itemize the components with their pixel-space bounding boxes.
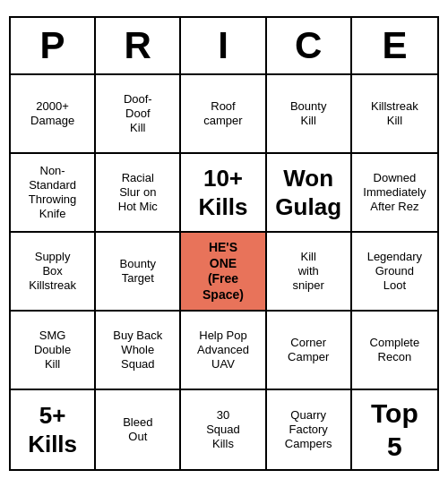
- header-letter-e: E: [352, 18, 437, 73]
- bingo-cell-r1c1: 2000+Damage: [11, 75, 96, 154]
- bingo-cell-r4c2: Buy BackWholeSquad: [96, 312, 181, 390]
- bingo-cell-r5c4: QuarryFactoryCampers: [267, 390, 352, 469]
- bingo-cell-r3c4: Killwithsniper: [267, 233, 352, 312]
- bingo-cell-r2c1: Non-StandardThrowingKnife: [11, 154, 96, 233]
- bingo-cell-r3c2: BountyTarget: [96, 233, 181, 312]
- bingo-cell-r5c1: 5+Kills: [11, 390, 96, 469]
- bingo-cell-r2c5: DownedImmediatelyAfter Rez: [352, 154, 437, 233]
- bingo-cell-r1c2: Doof-DoofKill: [96, 75, 181, 154]
- bingo-cell-r3c3: HE'SONE(FreeSpace): [181, 233, 266, 312]
- bingo-cell-r1c3: Roofcamper: [181, 75, 266, 154]
- bingo-cell-r2c4: WonGulag: [267, 154, 352, 233]
- bingo-cell-r4c1: SMGDoubleKill: [11, 312, 96, 390]
- bingo-card: PRICE 2000+DamageDoof-DoofKillRoofcamper…: [9, 16, 439, 471]
- bingo-cell-r3c5: LegendaryGroundLoot: [352, 233, 437, 312]
- header-letter-r: R: [96, 18, 181, 73]
- bingo-cell-r2c3: 10+Kills: [181, 154, 266, 233]
- bingo-header: PRICE: [11, 18, 437, 75]
- bingo-cell-r1c4: BountyKill: [267, 75, 352, 154]
- bingo-cell-r5c3: 30SquadKills: [181, 390, 266, 469]
- header-letter-p: P: [11, 18, 96, 73]
- bingo-cell-r5c5: Top5: [352, 390, 437, 469]
- bingo-grid: 2000+DamageDoof-DoofKillRoofcamperBounty…: [11, 75, 437, 469]
- bingo-cell-r4c5: CompleteRecon: [352, 312, 437, 390]
- bingo-cell-r3c1: SupplyBoxKillstreak: [11, 233, 96, 312]
- bingo-cell-r2c2: RacialSlur onHot Mic: [96, 154, 181, 233]
- header-letter-i: I: [181, 18, 266, 73]
- bingo-cell-r4c3: Help PopAdvancedUAV: [181, 312, 266, 390]
- bingo-cell-r1c5: KillstreakKill: [352, 75, 437, 154]
- bingo-cell-r4c4: CornerCamper: [267, 312, 352, 390]
- bingo-cell-r5c2: BleedOut: [96, 390, 181, 469]
- header-letter-c: C: [267, 18, 352, 73]
